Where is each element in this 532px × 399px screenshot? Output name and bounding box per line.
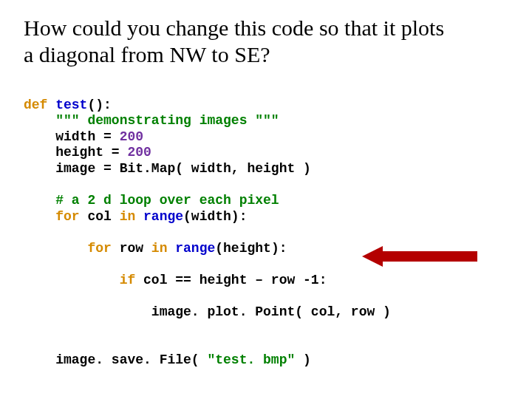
slide-title: How could you change this code so that i…	[24, 15, 508, 68]
docstring-open: """	[55, 113, 79, 128]
id-col: col	[80, 209, 120, 224]
arrow-shaft	[381, 251, 477, 262]
args-width: (width):	[183, 209, 247, 224]
code-block: def test(): """ demonstrating images """…	[24, 81, 508, 384]
kw-in-inner: in	[151, 241, 168, 256]
title-line-1: How could you change this code so that i…	[24, 16, 444, 40]
str-filename: "test. bmp"	[207, 352, 295, 367]
arrow-left-icon	[362, 246, 383, 267]
args-height: (height):	[215, 241, 287, 256]
fn-range-outer: range	[135, 209, 183, 224]
docstring-body: demonstrating images	[80, 113, 256, 128]
kw-if: if	[120, 273, 136, 287]
id-row: row	[112, 241, 151, 256]
kw-for-inner: for	[87, 241, 111, 256]
comment-loop: # a 2 d loop over each pixel	[55, 193, 279, 208]
if-condition: col == height – row -1:	[135, 273, 327, 287]
stmt-save-pre: image. save. File(	[55, 352, 207, 367]
stmt-save-post: )	[295, 352, 311, 367]
kw-in-outer: in	[120, 209, 136, 224]
assign-height: height =	[55, 145, 127, 160]
def-suffix: ():	[87, 98, 111, 112]
assign-width: width =	[55, 129, 119, 144]
fn-test: test	[55, 98, 87, 112]
num-200-b: 200	[127, 145, 151, 160]
assign-image: image = Bit.Map( width, height )	[55, 161, 311, 176]
stmt-plot: image. plot. Point( col, row )	[151, 304, 391, 319]
num-200-a: 200	[120, 129, 143, 144]
highlight-arrow	[362, 246, 480, 267]
kw-def: def	[24, 98, 47, 112]
fn-range-inner: range	[167, 241, 215, 256]
title-line-2: a diagonal from NW to SE?	[24, 42, 270, 66]
docstring-close: """	[255, 113, 279, 128]
kw-for-outer: for	[55, 209, 79, 224]
